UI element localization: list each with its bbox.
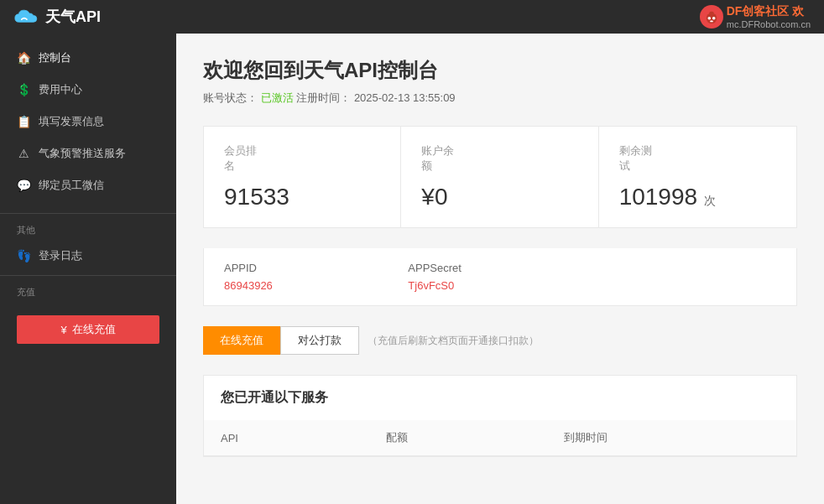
df-robot-icon [700,5,723,29]
main-layout: 🏠 控制台 💲 费用中心 📋 填写发票信息 ⚠ 气象预警推送服务 💬 绑定员工微… [0,34,824,504]
bank-transfer-button[interactable]: 对公打款 [280,326,359,355]
wechat-icon: 💬 [17,179,30,192]
sidebar-item-label: 填写发票信息 [39,114,104,129]
info-empty [592,262,776,292]
sidebar-item-login-log[interactable]: 👣 登录日志 [0,240,176,272]
alert-icon: ⚠ [17,147,30,160]
df-logo: DF创客社区 欢 mc.DFRobot.com.cn [700,4,811,29]
stat-value-balance: ¥0 [421,184,577,210]
stat-value-trial: 101998 次 [619,184,776,210]
appsecret-item: APPSecret Tj6vFcS0 [408,262,592,292]
df-brand-name: DF创客社区 欢 [727,4,811,19]
stat-unit-trial: 次 [704,194,716,207]
main-content: 欢迎您回到天气API控制台 账号状态： 已激活 注册时间： 2025-02-13… [176,34,824,504]
stats-grid: 会员排名 91533 账户余额 ¥0 剩余测试 101998 次 [203,126,797,228]
online-recharge-button[interactable]: 在线充值 [203,326,280,355]
sidebar-item-dashboard[interactable]: 🏠 控制台 [0,42,176,74]
sidebar-recharge-section: ¥ 在线充值 [0,302,176,357]
action-row: 在线充值 对公打款 （充值后刷新文档页面开通接口扣款） [203,326,797,355]
account-status-prefix: 账号状态： [203,91,258,104]
register-time-prefix: 注册时间： [296,91,351,104]
services-section: 您已开通以下服务 API 配额 到期时间 [203,375,797,457]
services-title: 您已开通以下服务 [221,389,780,407]
invoice-icon: 📋 [17,115,30,128]
sidebar-other-label: 其他 [0,217,176,240]
stat-balance: 账户余额 ¥0 [401,127,598,227]
sidebar-item-invoice[interactable]: 📋 填写发票信息 [0,106,176,138]
svg-rect-1 [709,12,713,16]
register-time-value: 2025-02-13 13:55:09 [354,91,456,104]
home-icon: 🏠 [17,51,30,65]
appsecret-label: APPSecret [408,262,592,274]
appsecret-value: Tj6vFcS0 [408,279,592,292]
appid-value: 86943926 [224,279,408,292]
sidebar: 🏠 控制台 💲 费用中心 📋 填写发票信息 ⚠ 气象预警推送服务 💬 绑定员工微… [0,34,176,504]
stat-value-rank: 91533 [224,184,380,210]
table-header-api: API [204,420,369,456]
stat-label-rank: 会员排名 [224,143,380,174]
svg-rect-4 [710,21,713,23]
sidebar-item-label: 绑定员工微信 [39,178,104,193]
svg-point-2 [707,17,711,20]
account-status-bar: 账号状态： 已激活 注册时间： 2025-02-13 13:55:09 [203,91,797,106]
action-note: （充值后刷新文档页面开通接口扣款） [368,334,539,348]
appid-label: APPID [224,262,408,274]
info-grid: APPID 86943926 APPSecret Tj6vFcS0 [203,248,797,306]
header-right: DF创客社区 欢 mc.DFRobot.com.cn [700,4,811,29]
recharge-icon: ¥ [60,324,66,336]
log-icon: 👣 [17,249,30,262]
sidebar-recharge-button[interactable]: ¥ 在线充值 [17,315,159,344]
sidebar-divider-2 [0,275,176,276]
table-header-expiry: 到期时间 [547,420,796,456]
table-header-row: API 配额 到期时间 [204,420,796,456]
svg-point-3 [712,17,716,20]
sidebar-item-label: 气象预警推送服务 [39,146,126,161]
sidebar-item-label: 费用中心 [39,82,82,97]
stat-label-trial: 剩余测试 [619,143,776,174]
sidebar-nav: 🏠 控制台 💲 费用中心 📋 填写发票信息 ⚠ 气象预警推送服务 💬 绑定员工微… [0,34,176,210]
account-status-value: 已激活 [261,91,294,104]
site-logo: 天气API [13,7,101,27]
sidebar-recharge-label: 充值 [0,279,176,302]
services-table: API 配额 到期时间 [204,420,796,456]
appid-item: APPID 86943926 [224,262,408,292]
recharge-btn-label: 在线充值 [72,322,116,337]
table-header-quota: 配额 [369,420,548,456]
billing-icon: 💲 [17,83,30,96]
page-title: 欢迎您回到天气API控制台 [203,57,797,84]
stat-trial: 剩余测试 101998 次 [599,127,796,227]
sidebar-item-label: 控制台 [39,50,71,65]
sidebar-item-weather-alert[interactable]: ⚠ 气象预警推送服务 [0,138,176,169]
logo-text: 天气API [45,7,101,27]
sidebar-divider [0,213,176,214]
top-header: 天气API DF创客社区 欢 mc.DFRobot.com.cn [0,0,824,34]
df-brand-info: DF创客社区 欢 mc.DFRobot.com.cn [727,4,811,29]
sidebar-item-wechat[interactable]: 💬 绑定员工微信 [0,169,176,201]
stat-member-rank: 会员排名 91533 [204,127,401,227]
sidebar-item-label: 登录日志 [39,248,82,263]
sidebar-item-billing[interactable]: 💲 费用中心 [0,74,176,106]
df-brand-sub: mc.DFRobot.com.cn [727,19,811,29]
stat-label-balance: 账户余额 [421,143,577,174]
